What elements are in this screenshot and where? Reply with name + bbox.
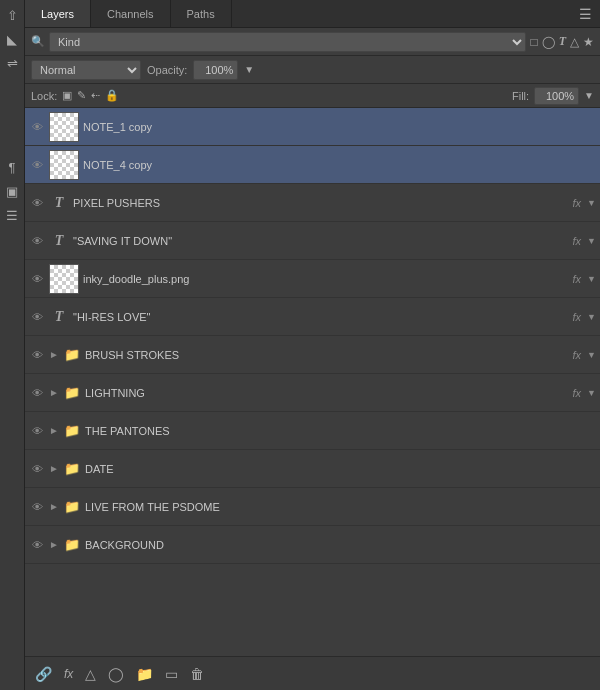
visibility-icon-pixel[interactable]: 👁 <box>29 197 45 209</box>
expand-icon-live[interactable]: ► <box>49 501 59 512</box>
fx-label-pixel: fx <box>573 197 584 209</box>
layer-row-saving[interactable]: 👁 T "SAVING IT DOWN" fx ▼ <box>25 222 600 260</box>
panel-menu-icon[interactable]: ☰ <box>571 0 600 27</box>
filter-select[interactable]: Kind <box>49 32 526 52</box>
visibility-icon-brush[interactable]: 👁 <box>29 349 45 361</box>
layer-thumb-inky <box>49 264 79 294</box>
tab-paths[interactable]: Paths <box>171 0 232 27</box>
layer-row-note4[interactable]: 👁 NOTE_4 copy <box>25 146 600 184</box>
visibility-icon-live[interactable]: 👁 <box>29 501 45 513</box>
opacity-input[interactable] <box>193 60 238 80</box>
layer-row-hires[interactable]: 👁 T "HI-RES LOVE" fx ▼ <box>25 298 600 336</box>
layer-list: 👁 NOTE_1 copy 👁 NOTE_4 copy 👁 T PIXEL PU… <box>25 108 600 656</box>
layer-row-note1[interactable]: 👁 NOTE_1 copy <box>25 108 600 146</box>
layer-row-pantones[interactable]: 👁 ► 📁 THE PANTONES <box>25 412 600 450</box>
filter-adj-icon[interactable]: ◯ <box>542 35 555 49</box>
visibility-icon-note1[interactable]: 👁 <box>29 121 45 133</box>
layer-name-hires: "HI-RES LOVE" <box>73 311 569 323</box>
layer-row-inky[interactable]: 👁 inky_doodle_plus.png fx ▼ <box>25 260 600 298</box>
filter-row: 🔍 Kind □ ◯ T △ ★ <box>25 28 600 56</box>
folder-icon-live: 📁 <box>63 499 81 514</box>
visibility-icon-bg[interactable]: 👁 <box>29 539 45 551</box>
select-tool-icon[interactable]: ◣ <box>1 28 23 50</box>
layer-name-bg: BACKGROUND <box>85 539 596 551</box>
visibility-icon-inky[interactable]: 👁 <box>29 273 45 285</box>
layer-row-bg[interactable]: 👁 ► 📁 BACKGROUND <box>25 526 600 564</box>
folder-icon-pantones: 📁 <box>63 423 81 438</box>
layer-name-saving: "SAVING IT DOWN" <box>73 235 569 247</box>
filter-type-icon[interactable]: T <box>559 34 566 49</box>
lock-move-icon[interactable]: ⇠ <box>91 89 100 102</box>
filter-smart-icon[interactable]: ★ <box>583 35 594 49</box>
new-fill-icon[interactable]: △ <box>81 664 100 684</box>
visibility-icon-note4[interactable]: 👁 <box>29 159 45 171</box>
blend-mode-select[interactable]: Normal <box>31 60 141 80</box>
fx-chevron-saving[interactable]: ▼ <box>587 236 596 246</box>
new-layer-icon[interactable]: ▭ <box>161 664 182 684</box>
expand-icon-date[interactable]: ► <box>49 463 59 474</box>
fx-label-lightning: fx <box>573 387 584 399</box>
main-toolbar: ⇧ ◣ ⇌ ¶ ▣ ☰ <box>0 0 25 690</box>
fx-chevron-pixel[interactable]: ▼ <box>587 198 596 208</box>
layers-panel: Layers Channels Paths ☰ 🔍 Kind □ ◯ T △ ★… <box>25 0 600 690</box>
fx-button[interactable]: fx <box>60 665 77 683</box>
folder-icon-date: 📁 <box>63 461 81 476</box>
layer-row-lightning[interactable]: 👁 ► 📁 LIGHTNING fx ▼ <box>25 374 600 412</box>
tab-bar: Layers Channels Paths ☰ <box>25 0 600 28</box>
adjust-tool-icon[interactable]: ⇌ <box>1 52 23 74</box>
visibility-icon-pantones[interactable]: 👁 <box>29 425 45 437</box>
visibility-icon-saving[interactable]: 👁 <box>29 235 45 247</box>
fx-chevron-hires[interactable]: ▼ <box>587 312 596 322</box>
layer-name-brush: BRUSH STROKES <box>85 349 569 361</box>
layer-row-date[interactable]: 👁 ► 📁 DATE <box>25 450 600 488</box>
layer-thumb-note4 <box>49 150 79 180</box>
filter-shape-icon[interactable]: △ <box>570 35 579 49</box>
visibility-icon-hires[interactable]: 👁 <box>29 311 45 323</box>
fx-chevron-lightning[interactable]: ▼ <box>587 388 596 398</box>
layer-name-date: DATE <box>85 463 596 475</box>
layer-row-live[interactable]: 👁 ► 📁 LIVE FROM THE PSDOME <box>25 488 600 526</box>
layer-name-live: LIVE FROM THE PSDOME <box>85 501 596 513</box>
bottom-bar: 🔗 fx △ ◯ 📁 ▭ 🗑 <box>25 656 600 690</box>
filter-icons: □ ◯ T △ ★ <box>530 34 594 49</box>
opacity-arrow-icon[interactable]: ▼ <box>244 64 254 75</box>
expand-icon-lightning[interactable]: ► <box>49 387 59 398</box>
fill-input[interactable] <box>534 87 579 105</box>
layer-thumb-note1 <box>49 112 79 142</box>
layer-row-brush[interactable]: 👁 ► 📁 BRUSH STROKES fx ▼ <box>25 336 600 374</box>
fx-chevron-brush[interactable]: ▼ <box>587 350 596 360</box>
text-layer-icon-pixel: T <box>49 195 69 211</box>
fx-label-saving: fx <box>573 235 584 247</box>
list-tool-icon[interactable]: ☰ <box>1 204 23 226</box>
filter-pixel-icon[interactable]: □ <box>530 35 537 49</box>
fill-label: Fill: <box>512 90 529 102</box>
lock-all-icon[interactable]: 🔒 <box>105 89 119 102</box>
layer-name-pantones: THE PANTONES <box>85 425 596 437</box>
move-tool-icon[interactable]: ⇧ <box>1 4 23 26</box>
opacity-label: Opacity: <box>147 64 187 76</box>
expand-icon-pantones[interactable]: ► <box>49 425 59 436</box>
folder-icon-bg: 📁 <box>63 537 81 552</box>
layer-row-pixel[interactable]: 👁 T PIXEL PUSHERS fx ▼ <box>25 184 600 222</box>
lock-pixels-icon[interactable]: ▣ <box>62 89 72 102</box>
rect-tool-icon[interactable]: ▣ <box>1 180 23 202</box>
lock-label: Lock: <box>31 90 57 102</box>
fill-arrow-icon[interactable]: ▼ <box>584 90 594 101</box>
visibility-icon-date[interactable]: 👁 <box>29 463 45 475</box>
text-layer-icon-hires: T <box>49 309 69 325</box>
link-icon[interactable]: 🔗 <box>31 664 56 684</box>
tab-layers[interactable]: Layers <box>25 0 91 27</box>
tab-channels[interactable]: Channels <box>91 0 170 27</box>
fx-label-inky: fx <box>573 273 584 285</box>
visibility-icon-lightning[interactable]: 👁 <box>29 387 45 399</box>
para-tool-icon[interactable]: ¶ <box>1 156 23 178</box>
lock-brush-icon[interactable]: ✎ <box>77 89 86 102</box>
expand-icon-brush[interactable]: ► <box>49 349 59 360</box>
mask-icon[interactable]: ◯ <box>104 664 128 684</box>
expand-icon-bg[interactable]: ► <box>49 539 59 550</box>
delete-layer-icon[interactable]: 🗑 <box>186 664 208 684</box>
fx-chevron-inky[interactable]: ▼ <box>587 274 596 284</box>
lock-row: Lock: ▣ ✎ ⇠ 🔒 Fill: ▼ <box>25 84 600 108</box>
layer-name-note4: NOTE_4 copy <box>83 159 596 171</box>
new-folder-icon[interactable]: 📁 <box>132 664 157 684</box>
